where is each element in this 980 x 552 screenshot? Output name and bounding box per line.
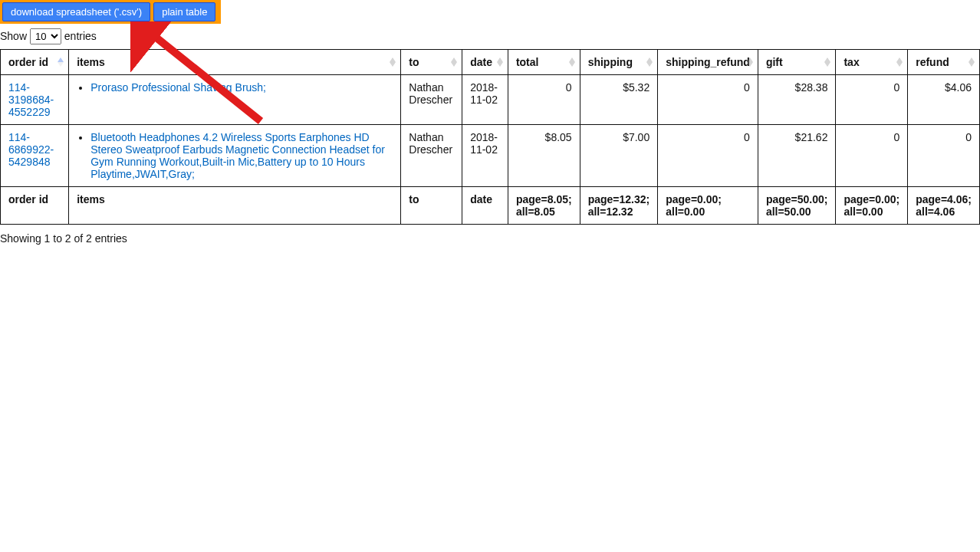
- table-row: 114-3198684-4552229 Proraso Professional…: [1, 75, 980, 125]
- svg-marker-15: [824, 62, 830, 67]
- cell-gift: $28.38: [758, 75, 836, 125]
- sort-icon: [896, 58, 903, 67]
- col-label: refund: [916, 56, 949, 68]
- col-shipping[interactable]: shipping: [580, 50, 658, 75]
- foot-shipping-refund: page=0.00; all=0.00: [658, 187, 758, 225]
- sort-icon: [968, 58, 975, 67]
- svg-marker-7: [497, 62, 503, 67]
- col-date[interactable]: date: [462, 50, 508, 75]
- col-gift[interactable]: gift: [758, 50, 836, 75]
- sort-icon: [451, 58, 457, 67]
- col-label: shipping: [588, 56, 633, 68]
- cell-shipping-refund: 0: [658, 125, 758, 187]
- foot-tax: page=0.00; all=0.00: [836, 187, 908, 225]
- plain-table-button[interactable]: plain table: [153, 2, 215, 21]
- sort-icon: [390, 58, 396, 67]
- showing-info: Showing 1 to 2 of 2 entries: [0, 232, 980, 245]
- entries-control: Show 10 entries: [0, 28, 980, 44]
- foot-to: to: [401, 187, 462, 225]
- orders-table: order id items to: [0, 49, 980, 225]
- cell-gift: $21.62: [758, 125, 836, 187]
- svg-marker-9: [569, 62, 575, 67]
- table-wrap: order id items to: [0, 49, 980, 225]
- svg-marker-5: [451, 62, 457, 67]
- sort-icon: [646, 58, 653, 67]
- foot-total: page=8.05; all=8.05: [508, 187, 580, 225]
- order-id-link[interactable]: 114-3198684-4552229: [8, 81, 54, 118]
- col-label: items: [77, 56, 105, 68]
- col-label: gift: [766, 56, 783, 68]
- cell-to: Nathan Drescher: [401, 75, 462, 125]
- cell-refund: $4.06: [908, 75, 980, 125]
- cell-date: 2018-11-02: [462, 75, 508, 125]
- col-order-id[interactable]: order id: [1, 50, 69, 75]
- show-label-prefix: Show: [0, 30, 27, 42]
- sort-icon: [497, 58, 503, 67]
- cell-shipping-refund: 0: [658, 75, 758, 125]
- order-id-link[interactable]: 114-6869922-5429848: [8, 131, 54, 168]
- cell-tax: 0: [836, 75, 908, 125]
- col-refund[interactable]: refund: [908, 50, 980, 75]
- cell-shipping: $5.32: [580, 75, 658, 125]
- col-to[interactable]: to: [401, 50, 462, 75]
- sort-icon: [58, 58, 64, 67]
- cell-to: Nathan Drescher: [401, 125, 462, 187]
- svg-marker-17: [896, 62, 903, 67]
- entries-select[interactable]: 10: [30, 28, 61, 44]
- svg-marker-19: [968, 62, 975, 67]
- col-label: order id: [8, 56, 48, 68]
- cell-refund: 0: [908, 125, 980, 187]
- col-label: shipping_refund: [666, 56, 750, 68]
- item-link[interactable]: Bluetooth Headphones 4.2 Wireless Sports…: [90, 131, 385, 180]
- foot-date: date: [462, 187, 508, 225]
- cell-shipping: $7.00: [580, 125, 658, 187]
- cell-tax: 0: [836, 125, 908, 187]
- svg-marker-1: [58, 62, 64, 67]
- col-items[interactable]: items: [69, 50, 401, 75]
- col-label: to: [409, 56, 419, 68]
- cell-total: $8.05: [508, 125, 580, 187]
- foot-items: items: [69, 187, 401, 225]
- svg-marker-3: [390, 62, 396, 67]
- sort-icon: [824, 58, 830, 67]
- show-label-suffix: entries: [64, 30, 97, 42]
- table-footer-row: order id items to date page=8.05; all=8.…: [1, 187, 980, 225]
- sort-icon: [569, 58, 575, 67]
- col-label: date: [470, 56, 492, 68]
- cell-total: 0: [508, 75, 580, 125]
- col-total[interactable]: total: [508, 50, 580, 75]
- col-label: total: [516, 56, 539, 68]
- col-shipping-refund[interactable]: shipping_refund: [658, 50, 758, 75]
- table-row: 114-6869922-5429848 Bluetooth Headphones…: [1, 125, 980, 187]
- col-label: tax: [844, 56, 859, 68]
- foot-shipping: page=12.32; all=12.32: [580, 187, 658, 225]
- cell-date: 2018-11-02: [462, 125, 508, 187]
- item-link[interactable]: Proraso Professional Shaving Brush;: [90, 81, 266, 94]
- toolbar: download spreadsheet ('.csv') plain tabl…: [0, 0, 221, 24]
- col-tax[interactable]: tax: [836, 50, 908, 75]
- svg-marker-13: [747, 62, 753, 67]
- foot-order-id: order id: [1, 187, 69, 225]
- foot-refund: page=4.06; all=4.06: [908, 187, 980, 225]
- sort-icon: [747, 58, 753, 67]
- svg-marker-11: [646, 62, 653, 67]
- foot-gift: page=50.00; all=50.00: [758, 187, 836, 225]
- download-csv-button[interactable]: download spreadsheet ('.csv'): [2, 2, 150, 21]
